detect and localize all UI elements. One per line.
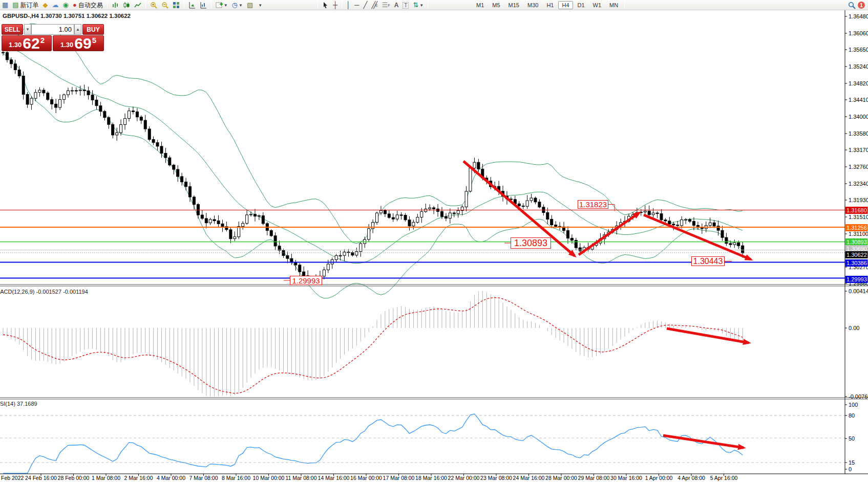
channel-icon[interactable]: ╱╱E: [369, 1, 379, 10]
price-chart[interactable]: 1.364801.360601.356501.352401.348201.344…: [0, 0, 868, 482]
tab-timeframe-mn[interactable]: MN: [606, 1, 622, 9]
volume-increment-button[interactable]: ▲: [74, 24, 81, 35]
volume-input[interactable]: [31, 24, 74, 35]
time-axis-label: 17 Mar 08:00: [383, 475, 415, 481]
tab-timeframe-m1[interactable]: M1: [473, 1, 488, 9]
time-axis-label: 28 Feb 00:00: [58, 475, 90, 481]
toolbar-separator: [145, 2, 146, 9]
toolbar-separator: [624, 2, 625, 9]
search-icon[interactable]: [846, 1, 858, 10]
tab-timeframe-h1[interactable]: H1: [543, 1, 557, 9]
arrows-icon[interactable]: ⇅▼: [411, 1, 426, 10]
gold-icon[interactable]: ◆: [41, 1, 50, 10]
price-tick-label: 1.32340: [849, 181, 868, 187]
time-axis-label: 29 Mar 08:00: [578, 475, 610, 481]
clock-button[interactable]: ◷▼: [230, 1, 245, 10]
zoom-out-icon[interactable]: [159, 1, 171, 10]
zoom-in-icon[interactable]: [148, 1, 159, 10]
text-icon[interactable]: A: [392, 1, 401, 10]
toolbar-tools-group: ┼ │ ─ ╱ ╱╱E ☰F A T ⇅▼: [315, 0, 430, 10]
sell-price-box[interactable]: 1.30622: [2, 35, 52, 51]
trendline-icon[interactable]: ╱: [362, 1, 370, 10]
volume-decrement-button[interactable]: ▼: [24, 24, 31, 35]
chevron-down-icon: ▼: [239, 3, 243, 8]
tile-windows-icon[interactable]: [171, 1, 182, 10]
price-level-label-text: 1.30893: [846, 239, 867, 245]
price-tick-label: 1.36480: [849, 13, 868, 19]
autotrade-icon: ●: [73, 2, 77, 9]
time-axis-label: 8 Mar 16:00: [222, 475, 250, 481]
indicator-tick-label: 0.00: [849, 325, 859, 331]
new-order-icon: ▤: [12, 2, 18, 9]
line-chart-icon[interactable]: [132, 1, 143, 10]
buy-price-sup: 5: [92, 36, 96, 45]
plot-area: [2, 24, 744, 473]
time-axis-label: 28 Mar 00:00: [545, 475, 577, 481]
new-order-button[interactable]: ▤新订单: [10, 1, 40, 10]
toolbar-separator: [428, 2, 428, 9]
trend-arrow[interactable]: [579, 213, 639, 255]
trend-arrow[interactable]: [667, 328, 749, 343]
sell-price-small: 1.30: [9, 41, 22, 49]
tab-timeframe-m30[interactable]: M30: [524, 1, 542, 9]
autotrade-button[interactable]: ●自动交易: [71, 1, 105, 10]
candlesticks: [2, 50, 744, 283]
sell-button[interactable]: SELL: [2, 24, 23, 35]
macd-label: MACD(12,26,9) -0.001527 -0.001194: [0, 289, 88, 295]
tab-timeframe-m5[interactable]: M5: [489, 1, 503, 9]
rsi-label: RSI(14) 37.1689: [0, 401, 37, 407]
time-axis-label: 4 Mar 00:00: [157, 475, 185, 481]
add-indicator-button[interactable]: ▼: [214, 1, 230, 10]
candlestick-icon[interactable]: [121, 1, 132, 10]
toolbar-separator: [342, 2, 342, 9]
signal-icon[interactable]: ◉: [61, 1, 71, 10]
toolbar-separator: [317, 2, 318, 9]
time-axis-label: 22 Mar 00:00: [448, 475, 480, 481]
grid-icon[interactable]: ▦: [0, 1, 10, 10]
notification-badge[interactable]: 1: [858, 2, 865, 9]
price-level-label-text: 1.31680: [846, 207, 867, 213]
profiles-icon[interactable]: [186, 1, 198, 10]
crosshair-icon[interactable]: ┼: [331, 1, 340, 10]
timeframe-group: M1 M5 M15 M30 H1 H4 D1 W1 MN: [472, 0, 627, 10]
price-tick-label: 1.34000: [849, 114, 868, 120]
toolbar-separator: [107, 2, 108, 9]
tab-timeframe-d1[interactable]: D1: [574, 1, 588, 9]
indicator-tick-label: 0.004144: [849, 288, 868, 294]
tab-timeframe-m15[interactable]: M15: [505, 1, 523, 9]
chevron-down-icon[interactable]: ▼: [255, 1, 264, 10]
buy-price-big: 69: [74, 36, 91, 50]
macd-signal-line: [3, 298, 743, 393]
trend-arrow[interactable]: [663, 435, 744, 448]
price-level-label-text: 1.29993: [846, 276, 867, 282]
price-tick-label: 1.35240: [849, 63, 868, 70]
cursor-icon[interactable]: [320, 1, 331, 10]
publish-icon[interactable]: ☁: [50, 1, 61, 10]
buy-price-box[interactable]: 1.30695: [53, 35, 104, 51]
price-tick-label: 1.36060: [849, 30, 868, 36]
price-tick-label: 1.35650: [849, 47, 868, 53]
hline-icon[interactable]: ─: [352, 1, 361, 10]
periods-icon[interactable]: [198, 1, 209, 10]
tab-timeframe-h4[interactable]: H4: [558, 1, 573, 9]
sell-price-big: 62: [23, 36, 39, 50]
fibonacci-icon[interactable]: ☰F: [380, 1, 392, 10]
time-axis-label: 4 Apr 08:00: [678, 475, 705, 481]
time-axis-label: 30 Mar 16:00: [610, 475, 642, 481]
toolbar: ▦ ▤新订单 ◆ ☁ ◉ ●自动交易 ▼ ◷▼ ▧ ▼ ┼ │ ─ ╱ ╱╱E …: [0, 0, 868, 10]
bar-chart-icon[interactable]: [110, 1, 121, 10]
time-axis-label: 1 Apr 00:00: [645, 475, 673, 481]
tab-timeframe-w1[interactable]: W1: [589, 1, 605, 9]
time-axis-label: 18 Mar 16:00: [415, 475, 447, 481]
time-axis-label: 10 Mar 00:00: [253, 475, 285, 481]
indicator-tick-label: 0: [849, 466, 852, 472]
price-level-label-text: 1.30690: [846, 246, 867, 252]
template-icon[interactable]: ▧: [245, 1, 255, 10]
chevron-down-icon: ▼: [26, 27, 30, 32]
buy-price-small: 1.30: [60, 41, 73, 49]
buy-button[interactable]: BUY: [82, 24, 104, 35]
vline-icon[interactable]: │: [344, 1, 352, 10]
price-tick-label: 1.33170: [849, 147, 868, 153]
indicator-tick-label: -0.007664: [849, 393, 868, 400]
label-icon[interactable]: T: [400, 1, 411, 10]
